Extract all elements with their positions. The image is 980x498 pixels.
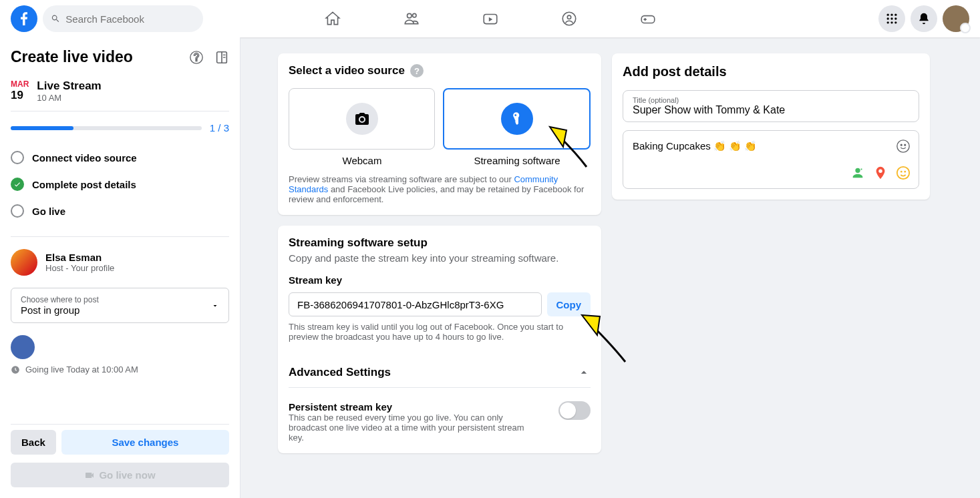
host-user-row: Elsa Esman Host - Your profile — [11, 236, 229, 276]
save-changes-button[interactable]: Save changes — [61, 430, 229, 455]
topbar — [0, 0, 980, 37]
svg-point-20 — [905, 144, 906, 146]
right-column: Add post details Title (optional) Super … — [612, 53, 930, 482]
persistent-key-title: Persistent stream key — [289, 401, 529, 413]
copy-button[interactable]: Copy — [547, 292, 591, 316]
step-go-live[interactable]: Go live — [11, 198, 229, 224]
stream-key-input[interactable] — [289, 292, 542, 316]
menu-grid-icon — [885, 12, 899, 25]
title-field-value: Super Show with Tommy & Kate — [633, 104, 909, 116]
progress-row: 1 / 3 — [11, 122, 229, 134]
sidebar: Create live video MAR 19 Live Stream 10 … — [0, 37, 240, 498]
back-button[interactable]: Back — [11, 430, 56, 455]
svg-point-2 — [567, 15, 570, 19]
progress-text: 1 / 3 — [210, 122, 229, 134]
streaming-label: Streaming software — [444, 155, 591, 166]
nav-watch[interactable] — [454, 3, 527, 35]
clock-icon — [11, 365, 20, 375]
location-pin-icon[interactable] — [873, 166, 888, 180]
gaming-icon — [639, 10, 657, 27]
nav-friends[interactable] — [375, 3, 448, 35]
svg-point-19 — [901, 144, 902, 146]
description-field[interactable]: Baking Cupcakes 👏 👏 👏 — [623, 130, 919, 189]
step-label: Go live — [32, 206, 65, 217]
date-block: MAR 19 Live Stream 10 AM — [11, 79, 229, 111]
go-live-now-button: Go live now — [11, 463, 229, 487]
svg-point-6 — [894, 14, 896, 16]
webcam-label: Webcam — [289, 155, 436, 166]
nav-gaming[interactable] — [611, 3, 685, 35]
profile-avatar[interactable] — [943, 5, 969, 32]
svg-point-10 — [887, 21, 889, 23]
progress-bar — [11, 126, 202, 130]
video-icon — [84, 470, 95, 481]
svg-point-4 — [887, 14, 889, 16]
center-nav — [296, 3, 685, 35]
tag-people-icon[interactable] — [850, 166, 865, 180]
event-time: 10 AM — [37, 93, 101, 103]
svg-point-18 — [897, 140, 909, 152]
sidebar-title: Create live video — [11, 48, 133, 66]
post-destination-dropdown[interactable]: Choose where to post Post in group — [11, 288, 229, 323]
svg-point-7 — [887, 17, 889, 19]
advanced-settings-label: Advanced Settings — [289, 366, 391, 379]
content: Select a video source ? Webcam Streaming… — [240, 37, 980, 498]
post-dest-value: Post in group — [21, 304, 99, 316]
persistent-key-row: Persistent stream key This can be reused… — [289, 401, 591, 443]
menu-button[interactable] — [878, 5, 905, 32]
event-title: Live Stream — [37, 79, 101, 93]
sidebar-header: Create live video — [11, 48, 229, 66]
step-empty-icon — [11, 151, 24, 164]
svg-point-5 — [890, 14, 892, 16]
source-option-webcam[interactable] — [289, 88, 435, 150]
smile-icon — [896, 139, 911, 154]
title-field[interactable]: Title (optional) Super Show with Tommy &… — [623, 90, 919, 122]
video-source-card: Select a video source ? Webcam Streaming… — [278, 53, 601, 215]
panel-icon[interactable] — [214, 50, 229, 65]
bell-icon — [917, 12, 931, 25]
camera-icon — [346, 103, 378, 135]
nav-home[interactable] — [296, 3, 369, 35]
setup-subtitle: Copy and paste the stream key into your … — [289, 252, 591, 264]
going-live-time: Going live Today at 10:00 AM — [11, 364, 229, 375]
go-live-now-label: Go live now — [99, 469, 155, 481]
nav-groups[interactable] — [532, 3, 606, 35]
friends-icon — [403, 10, 420, 27]
description-text: Baking Cupcakes 👏 👏 👏 — [633, 140, 909, 152]
host-avatar[interactable] — [11, 249, 37, 276]
svg-point-8 — [890, 17, 892, 19]
search-input[interactable] — [65, 13, 195, 25]
key-icon — [501, 103, 533, 135]
search-icon — [51, 13, 60, 24]
main: Create live video MAR 19 Live Stream 10 … — [0, 37, 980, 498]
help-tooltip-icon[interactable]: ? — [410, 64, 424, 77]
persistent-key-switch[interactable] — [558, 401, 591, 420]
group-row-truncated[interactable] — [11, 335, 229, 359]
source-card-title: Select a video source — [289, 64, 405, 77]
step-connect-source[interactable]: Connect video source — [11, 144, 229, 171]
host-name: Elsa Esman — [45, 252, 114, 263]
source-option-streaming[interactable] — [443, 88, 591, 150]
step-complete-post[interactable]: Complete post details — [11, 171, 229, 198]
facebook-logo[interactable] — [11, 5, 37, 32]
search-box[interactable] — [43, 5, 203, 32]
emoji-picker-button[interactable] — [896, 139, 911, 156]
help-icon[interactable] — [189, 50, 204, 65]
stream-key-note: This stream key is valid until you log o… — [289, 322, 591, 342]
feeling-icon[interactable] — [896, 166, 911, 180]
center-column: Select a video source ? Webcam Streaming… — [278, 53, 601, 482]
post-details-card: Add post details Title (optional) Super … — [612, 53, 930, 200]
setup-title: Streaming software setup — [289, 236, 591, 250]
svg-rect-3 — [641, 16, 655, 23]
step-label: Complete post details — [32, 179, 136, 190]
going-live-text: Going live Today at 10:00 AM — [25, 364, 138, 375]
svg-point-9 — [894, 17, 896, 19]
notifications-button[interactable] — [911, 5, 937, 32]
topbar-right — [878, 5, 969, 32]
svg-point-11 — [890, 21, 892, 23]
step-label: Connect video source — [32, 152, 137, 164]
advanced-settings-toggle[interactable]: Advanced Settings — [289, 358, 591, 388]
title-field-label: Title (optional) — [633, 96, 909, 104]
caret-down-icon — [211, 302, 219, 310]
sidebar-footer: Back Save changes Go live now — [11, 424, 229, 487]
